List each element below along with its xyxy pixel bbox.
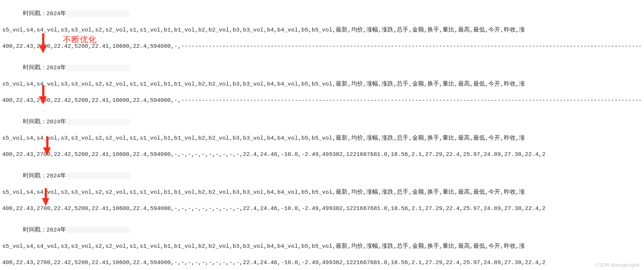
timestamp-label: 时间戳：2024年 bbox=[23, 10, 66, 17]
data-row: 400,22.43,2700,22.42,5200,22.41,10600,22… bbox=[2, 259, 642, 267]
arrow-down-icon bbox=[43, 136, 52, 156]
blank-line bbox=[2, 250, 642, 259]
timestamp-row: 时间戳：2024年 bbox=[2, 1, 642, 26]
arrow-down-icon bbox=[39, 33, 48, 53]
blank-line bbox=[2, 88, 642, 96]
blank-line bbox=[2, 196, 642, 204]
timestamp-label: 时间戳：2024年 bbox=[23, 227, 66, 233]
header-row: s5_vol,s4,s4_vol,s3,s3_vol,s2,s2_vol,s1,… bbox=[2, 242, 642, 250]
blank-line bbox=[2, 142, 642, 150]
timestamp-label: 时间戳：2024年 bbox=[23, 119, 66, 125]
redaction-mask bbox=[67, 227, 130, 233]
header-row: s5_vol,s4,s4_vol,s3,s3_vol,s2,s2_vol,s1,… bbox=[2, 80, 642, 88]
log-block: 时间戳：2024年 s5_vol,s4,s4_vol,s3,s3_vol,s2,… bbox=[2, 110, 642, 159]
log-block: 时间戳：2024年 s5_vol,s4,s4_vol,s3,s3_vol,s2,… bbox=[2, 1, 642, 50]
arrow-down-icon bbox=[42, 188, 50, 206]
redaction-mask bbox=[67, 10, 130, 17]
log-block: 时间戳：2024年 s5_vol,s4,s4_vol,s3,s3_vol,s2,… bbox=[2, 164, 642, 213]
timestamp-row: 时间戳：2024年 bbox=[2, 110, 642, 134]
data-row: 400,22.43,2700,22.42,5200,22.41,10600,22… bbox=[2, 204, 642, 213]
redaction-mask bbox=[67, 64, 130, 71]
watermark-text: CSDN @kingking44 bbox=[596, 262, 640, 268]
header-row: s5_vol,s4,s4_vol,s3,s3_vol,s2,s2_vol,s1,… bbox=[2, 26, 642, 34]
page-root: { "timestamp_label": "时间戳：2024年", "heade… bbox=[0, 0, 644, 270]
log-block: 时间戳：2024年 s5_vol,s4,s4_vol,s3,s3_vol,s2,… bbox=[2, 56, 642, 104]
blank-line bbox=[2, 34, 642, 42]
data-row: 400,22.43,2700,22.42,5200,22.41,10600,22… bbox=[2, 150, 642, 159]
log-block: 时间戳：2024年 s5_vol,s4,s4_vol,s3,s3_vol,s2,… bbox=[2, 218, 642, 267]
redaction-mask bbox=[67, 173, 130, 179]
arrow-down-icon bbox=[39, 85, 48, 104]
header-row: s5_vol,s4,s4_vol,s3,s3_vol,s2,s2_vol,s1,… bbox=[2, 188, 642, 196]
header-row: s5_vol,s4,s4_vol,s3,s3_vol,s2,s2_vol,s1,… bbox=[2, 134, 642, 142]
timestamp-row: 时间戳：2024年 bbox=[2, 218, 642, 242]
timestamp-label: 时间戳：2024年 bbox=[23, 64, 66, 71]
data-row: 400,22.43,2700,22.42,5200,22.41,10600,22… bbox=[2, 42, 642, 50]
redaction-mask bbox=[67, 119, 130, 125]
timestamp-row: 时间戳：2024年 bbox=[2, 164, 642, 188]
data-row: 400,22.43,2700,22.42,5200,22.41,10600,22… bbox=[2, 96, 642, 104]
annotation-text: 不断优化 bbox=[63, 34, 97, 45]
timestamp-row: 时间戳：2024年 bbox=[2, 56, 642, 80]
timestamp-label: 时间戳：2024年 bbox=[23, 173, 66, 179]
